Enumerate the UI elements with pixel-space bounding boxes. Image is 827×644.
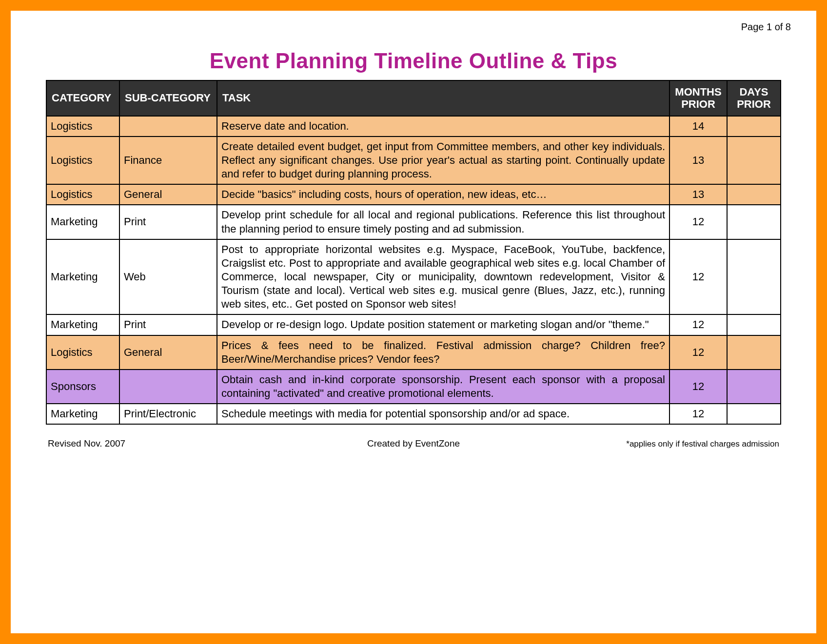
cell-task: Develop or re-design logo. Update positi… <box>217 314 669 335</box>
cell-category: Logistics <box>46 335 119 370</box>
cell-days-prior <box>727 116 781 137</box>
cell-days-prior <box>727 404 781 424</box>
cell-subcategory: Print <box>119 314 217 335</box>
table-header-row: CATEGORY SUB-CATEGORY TASK MONTHS PRIOR … <box>46 80 781 116</box>
cell-months-prior: 13 <box>669 184 727 205</box>
cell-category: Logistics <box>46 116 119 137</box>
cell-days-prior <box>727 335 781 370</box>
header-months-prior: MONTHS PRIOR <box>669 80 727 116</box>
cell-task: Develop print schedule for all local and… <box>217 205 669 239</box>
cell-category: Logistics <box>46 184 119 205</box>
cell-task: Create detailed event budget, get input … <box>217 137 669 184</box>
table-row: LogisticsReserve date and location.14 <box>46 116 781 137</box>
cell-task: Reserve date and location. <box>217 116 669 137</box>
header-task: TASK <box>217 80 669 116</box>
cell-subcategory: General <box>119 335 217 370</box>
table-row: LogisticsGeneralPrices & fees need to be… <box>46 335 781 370</box>
page-title: Event Planning Timeline Outline & Tips <box>46 49 781 73</box>
cell-category: Sponsors <box>46 370 119 404</box>
cell-days-prior <box>727 205 781 239</box>
document-frame: Page 1 of 8 Event Planning Timeline Outl… <box>0 0 827 644</box>
footer-revised: Revised Nov. 2007 <box>48 438 292 449</box>
cell-category: Marketing <box>46 239 119 315</box>
cell-subcategory: General <box>119 184 217 205</box>
cell-months-prior: 14 <box>669 116 727 137</box>
cell-task: Prices & fees need to be finalized. Fest… <box>217 335 669 370</box>
cell-days-prior <box>727 314 781 335</box>
cell-subcategory: Finance <box>119 137 217 184</box>
table-row: MarketingWebPost to appropriate horizont… <box>46 239 781 315</box>
page-content: Event Planning Timeline Outline & Tips C… <box>11 11 816 449</box>
cell-subcategory: Print <box>119 205 217 239</box>
cell-days-prior <box>727 370 781 404</box>
cell-days-prior <box>727 137 781 184</box>
cell-months-prior: 13 <box>669 137 727 184</box>
table-row: LogisticsGeneralDecide "basics" includin… <box>46 184 781 205</box>
table-row: MarketingPrint/ElectronicSchedule meetin… <box>46 404 781 424</box>
cell-months-prior: 12 <box>669 335 727 370</box>
footer-note: *applies only if festival charges admiss… <box>535 439 779 449</box>
page-footer: Revised Nov. 2007 Created by EventZone *… <box>46 425 781 449</box>
header-subcategory: SUB-CATEGORY <box>119 80 217 116</box>
cell-task: Schedule meetings with media for potenti… <box>217 404 669 424</box>
cell-subcategory <box>119 116 217 137</box>
header-days-prior: DAYS PRIOR <box>727 80 781 116</box>
cell-months-prior: 12 <box>669 205 727 239</box>
cell-category: Marketing <box>46 314 119 335</box>
table-row: MarketingPrintDevelop print schedule for… <box>46 205 781 239</box>
cell-subcategory: Web <box>119 239 217 315</box>
page-number: Page 1 of 8 <box>741 21 791 33</box>
cell-months-prior: 12 <box>669 370 727 404</box>
cell-days-prior <box>727 184 781 205</box>
header-category: CATEGORY <box>46 80 119 116</box>
cell-days-prior <box>727 239 781 315</box>
cell-category: Marketing <box>46 404 119 424</box>
cell-task: Obtain cash and in-kind corporate sponso… <box>217 370 669 404</box>
planning-table: CATEGORY SUB-CATEGORY TASK MONTHS PRIOR … <box>46 80 781 425</box>
cell-task: Decide "basics" including costs, hours o… <box>217 184 669 205</box>
cell-task: Post to appropriate horizontal websites … <box>217 239 669 315</box>
table-row: MarketingPrintDevelop or re-design logo.… <box>46 314 781 335</box>
cell-months-prior: 12 <box>669 404 727 424</box>
table-row: SponsorsObtain cash and in-kind corporat… <box>46 370 781 404</box>
footer-creator: Created by EventZone <box>292 438 535 449</box>
cell-months-prior: 12 <box>669 239 727 315</box>
table-row: LogisticsFinanceCreate detailed event bu… <box>46 137 781 184</box>
cell-category: Marketing <box>46 205 119 239</box>
cell-months-prior: 12 <box>669 314 727 335</box>
cell-subcategory <box>119 370 217 404</box>
cell-subcategory: Print/Electronic <box>119 404 217 424</box>
cell-category: Logistics <box>46 137 119 184</box>
